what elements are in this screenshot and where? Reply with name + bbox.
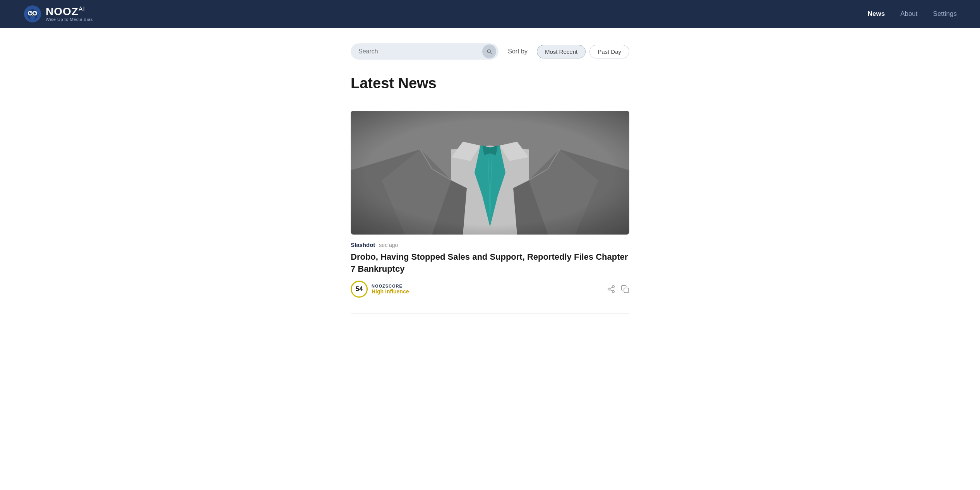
article-bottom-divider: [351, 313, 629, 314]
score-label: NOOZSCORE: [372, 284, 409, 288]
nav-settings[interactable]: Settings: [933, 10, 957, 18]
score-circle: 54: [351, 281, 368, 298]
svg-point-11: [30, 15, 35, 20]
sort-label: Sort by: [508, 48, 528, 55]
logo-name: NOOZAI: [46, 6, 93, 17]
svg-point-9: [35, 12, 36, 13]
main-content: Sort by Most Recent Past Day Latest News: [343, 28, 637, 329]
search-button[interactable]: [482, 45, 496, 58]
nooz-score-row: 54 NOOZSCORE High Influence: [351, 281, 629, 298]
share-button[interactable]: [607, 285, 615, 293]
copy-button[interactable]: [621, 285, 629, 293]
search-input[interactable]: [351, 43, 499, 60]
search-wrapper: [351, 43, 499, 60]
nav-about[interactable]: About: [900, 10, 917, 18]
section-title: Latest News: [351, 75, 629, 92]
article-image-svg: [351, 111, 629, 235]
sort-most-recent[interactable]: Most Recent: [537, 45, 586, 58]
score-part: SCORE: [385, 284, 403, 288]
search-icon: [486, 48, 492, 55]
svg-point-8: [30, 12, 31, 13]
article-actions: [607, 285, 629, 293]
owl-logo-icon: [23, 5, 42, 23]
logo-area: NOOZAI Wise Up to Media Bias: [23, 5, 93, 23]
article-meta: Slashdot sec ago: [351, 242, 629, 248]
logo-tagline: Wise Up to Media Bias: [46, 17, 93, 22]
main-nav: News About Settings: [868, 10, 957, 18]
search-sort-row: Sort by Most Recent Past Day: [351, 43, 629, 60]
article-card: Slashdot sec ago Drobo, Having Stopped S…: [351, 111, 629, 298]
svg-rect-14: [351, 111, 629, 235]
nooz-score-left: 54 NOOZSCORE High Influence: [351, 281, 409, 298]
section-divider: [351, 99, 629, 99]
copy-icon: [621, 285, 629, 293]
svg-line-18: [610, 290, 612, 291]
svg-point-7: [34, 12, 36, 15]
article-image: [351, 111, 629, 235]
svg-rect-20: [624, 288, 629, 293]
article-title[interactable]: Drobo, Having Stopped Sales and Support,…: [351, 251, 629, 275]
nooz-part: NOOZ: [372, 284, 385, 288]
svg-point-6: [29, 12, 32, 15]
logo-text: NOOZAI Wise Up to Media Bias: [46, 6, 93, 22]
nav-news[interactable]: News: [868, 10, 885, 18]
sort-past-day[interactable]: Past Day: [589, 45, 629, 58]
svg-line-19: [610, 287, 612, 289]
article-source: Slashdot: [351, 242, 375, 248]
score-influence: High Influence: [372, 288, 409, 295]
sort-buttons: Most Recent Past Day: [537, 45, 629, 58]
article-time: sec ago: [379, 242, 398, 248]
header: NOOZAI Wise Up to Media Bias News About …: [0, 0, 980, 28]
share-icon: [607, 285, 615, 293]
score-info: NOOZSCORE High Influence: [372, 284, 409, 295]
